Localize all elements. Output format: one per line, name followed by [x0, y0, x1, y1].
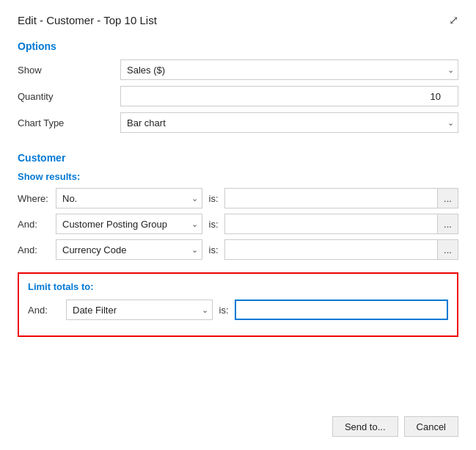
chart-type-row: Chart Type Bar chart ⌄ [18, 112, 458, 133]
and2-field-select[interactable]: Currency Code [56, 239, 202, 260]
chart-type-label: Chart Type [18, 117, 120, 128]
date-and-label: And: [28, 305, 66, 316]
and2-is-label: is: [202, 244, 224, 255]
cancel-button[interactable]: Cancel [404, 416, 458, 437]
and1-value-input[interactable] [224, 214, 438, 234]
date-filter-row: And: Date Filter ⌄ is: [28, 300, 448, 320]
show-results-label: Show results: [18, 171, 458, 182]
where-row: Where: No. ⌄ is: ... [18, 188, 458, 208]
expand-icon[interactable]: ⤢ [449, 13, 458, 27]
dialog-title: Edit - Customer - Top 10 List [18, 14, 157, 26]
and1-field-select[interactable]: Customer Posting Group [56, 214, 202, 234]
dialog-header: Edit - Customer - Top 10 List ⤢ [18, 13, 458, 27]
show-control: Sales ($) ⌄ [120, 59, 458, 80]
show-label: Show [18, 65, 120, 76]
chart-type-select[interactable]: Bar chart [120, 112, 458, 133]
show-select-wrapper: Sales ($) ⌄ [120, 59, 458, 80]
limit-totals-section: Limit totals to: And: Date Filter ⌄ is: [18, 272, 458, 337]
send-to-button[interactable]: Send to... [332, 416, 398, 437]
quantity-control [120, 86, 458, 106]
and2-row: And: Currency Code ⌄ is: ... [18, 239, 458, 260]
and2-value-input[interactable] [224, 239, 438, 260]
where-dots-button[interactable]: ... [438, 188, 458, 208]
customer-title: Customer [18, 152, 458, 164]
quantity-row: Quantity [18, 86, 458, 106]
date-filter-field-wrapper: Date Filter ⌄ [66, 300, 213, 320]
show-row: Show Sales ($) ⌄ [18, 59, 458, 80]
date-is-label: is: [213, 305, 235, 316]
and2-dots-button[interactable]: ... [438, 239, 458, 260]
date-filter-field-select[interactable]: Date Filter [66, 300, 213, 320]
and1-field-wrapper: Customer Posting Group ⌄ [56, 214, 202, 234]
show-select[interactable]: Sales ($) [120, 59, 458, 80]
options-title: Options [18, 40, 458, 52]
dialog: Edit - Customer - Top 10 List ⤢ Options … [0, 0, 476, 450]
chart-type-control: Bar chart ⌄ [120, 112, 458, 133]
and1-label: And: [18, 219, 56, 230]
and1-row: And: Customer Posting Group ⌄ is: ... [18, 214, 458, 234]
where-is-label: is: [202, 193, 224, 204]
quantity-label: Quantity [18, 91, 120, 102]
where-value-input[interactable] [224, 188, 438, 208]
where-field-wrapper: No. ⌄ [56, 188, 202, 208]
footer: Send to... Cancel [18, 404, 458, 437]
customer-section: Customer Show results: Where: No. ⌄ is: … [18, 152, 458, 265]
where-field-select[interactable]: No. [56, 188, 202, 208]
quantity-input[interactable] [120, 86, 458, 106]
chart-type-select-wrapper: Bar chart ⌄ [120, 112, 458, 133]
limit-totals-title: Limit totals to: [28, 281, 448, 292]
and1-is-label: is: [202, 219, 224, 230]
date-filter-value-input[interactable] [235, 300, 448, 320]
and2-label: And: [18, 244, 56, 255]
and2-field-wrapper: Currency Code ⌄ [56, 239, 202, 260]
options-section: Options Show Sales ($) ⌄ Quantity Chart [18, 40, 458, 139]
where-label: Where: [18, 193, 56, 204]
and1-dots-button[interactable]: ... [438, 214, 458, 234]
